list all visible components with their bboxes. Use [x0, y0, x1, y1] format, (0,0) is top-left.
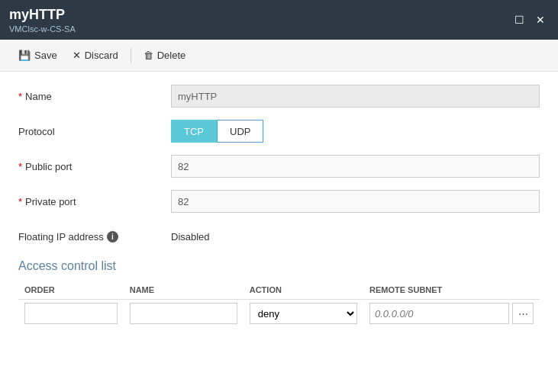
name-required-star: * [18, 91, 22, 102]
protocol-tcp-button[interactable]: TCP [171, 120, 217, 143]
acl-header-row: ORDER NAME ACTION REMOTE SUBNET [18, 282, 540, 300]
name-row: * Name [18, 84, 540, 108]
private-port-input[interactable] [171, 190, 540, 213]
toolbar-divider [131, 48, 131, 63]
floating-ip-row: Floating IP address i Disabled [18, 224, 540, 249]
acl-name-input[interactable] [130, 303, 237, 324]
save-button[interactable]: 💾 Save [12, 47, 63, 64]
table-row: deny allow ⋯ [18, 300, 540, 328]
acl-action-select[interactable]: deny allow [250, 303, 357, 324]
public-port-required-star: * [18, 161, 22, 172]
app-title: myHTTP [9, 7, 76, 23]
acl-tbody: deny allow ⋯ [18, 300, 540, 328]
acl-name-cell [124, 300, 244, 328]
name-input[interactable] [171, 85, 540, 108]
close-button[interactable]: ✕ [532, 11, 549, 28]
private-port-label: * Private port [18, 196, 171, 207]
app-subtitle: VMClsc-w-CS-SA [9, 24, 76, 34]
discard-label: Discard [85, 50, 118, 61]
public-port-control-wrap [171, 155, 540, 178]
acl-title: Access control list [18, 259, 540, 273]
delete-label: Delete [157, 50, 186, 61]
acl-subnet-input[interactable] [369, 303, 509, 324]
name-label: * Name [18, 91, 171, 102]
protocol-udp-button[interactable]: UDP [217, 120, 263, 143]
acl-order-input[interactable] [24, 303, 118, 324]
public-port-input[interactable] [171, 155, 540, 178]
save-label: Save [34, 50, 57, 61]
name-control-wrap [171, 85, 540, 108]
private-port-required-star: * [18, 196, 22, 207]
private-port-control-wrap [171, 190, 540, 213]
content-area: * Name Protocol TCP UDP * Public port [0, 72, 558, 392]
acl-col-subnet: REMOTE SUBNET [363, 282, 540, 300]
floating-ip-info-icon[interactable]: i [107, 231, 118, 243]
acl-subnet-cell: ⋯ [363, 300, 540, 328]
public-port-row: * Public port [18, 154, 540, 178]
acl-table: ORDER NAME ACTION REMOTE SUBNET [18, 282, 540, 327]
acl-action-cell: deny allow [244, 300, 363, 328]
title-bar-left: myHTTP VMClsc-w-CS-SA [9, 7, 76, 34]
acl-section: Access control list ORDER NAME ACTION RE… [18, 259, 540, 327]
toolbar: 💾 Save ✕ Discard 🗑 Delete [0, 40, 558, 72]
delete-button[interactable]: 🗑 Delete [137, 47, 192, 64]
floating-ip-label: Floating IP address i [18, 231, 171, 243]
save-icon: 💾 [18, 50, 31, 61]
protocol-label: Protocol [18, 126, 171, 137]
acl-col-action: ACTION [244, 282, 363, 300]
acl-dots-button[interactable]: ⋯ [512, 303, 534, 324]
private-port-row: * Private port [18, 189, 540, 214]
acl-col-order: ORDER [18, 282, 124, 300]
public-port-label: * Public port [18, 161, 171, 172]
window-controls: ☐ ✕ [511, 11, 549, 28]
app-title-name: HTTP [29, 7, 65, 22]
acl-col-name: NAME [124, 282, 244, 300]
protocol-row: Protocol TCP UDP [18, 119, 540, 143]
floating-ip-value: Disabled [171, 231, 210, 243]
minimize-button[interactable]: ☐ [511, 11, 527, 28]
protocol-control-wrap: TCP UDP [171, 120, 540, 143]
acl-order-cell [18, 300, 124, 328]
app-title-prefix: my [9, 7, 29, 22]
delete-icon: 🗑 [144, 50, 153, 61]
acl-subnet-wrap: ⋯ [369, 303, 534, 324]
title-bar: myHTTP VMClsc-w-CS-SA ☐ ✕ [0, 0, 558, 40]
discard-icon: ✕ [73, 50, 81, 61]
discard-button[interactable]: ✕ Discard [66, 47, 124, 64]
floating-ip-control-wrap: Disabled [171, 231, 540, 243]
protocol-group: TCP UDP [171, 120, 540, 143]
acl-thead: ORDER NAME ACTION REMOTE SUBNET [18, 282, 540, 300]
